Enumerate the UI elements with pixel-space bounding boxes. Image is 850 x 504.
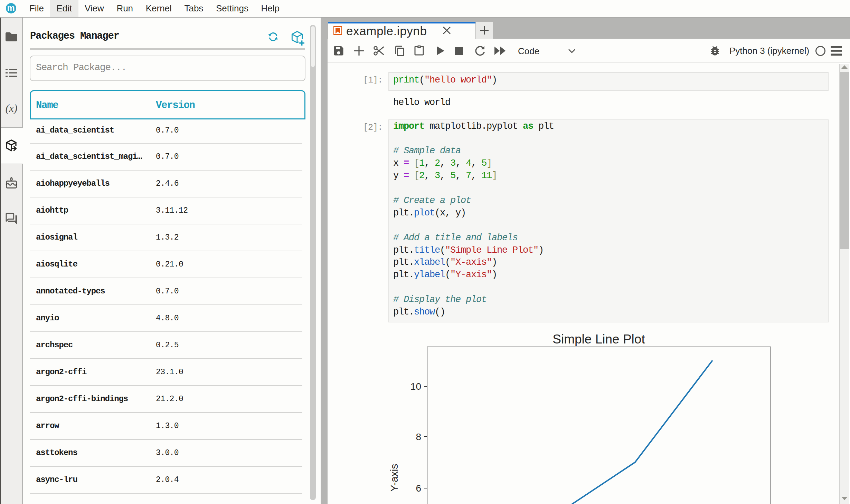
svg-text:8: 8 (416, 432, 421, 442)
svg-text:10: 10 (410, 381, 421, 392)
svg-text:Simple Line Plot: Simple Line Plot (552, 332, 645, 346)
svg-text:Y-axis: Y-axis (388, 464, 400, 492)
svg-text:6: 6 (416, 483, 421, 494)
